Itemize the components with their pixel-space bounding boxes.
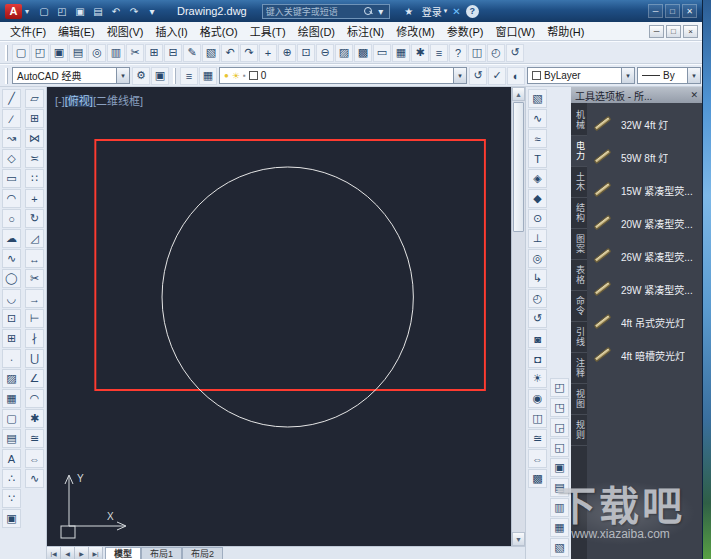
- hatch-icon[interactable]: ▨: [2, 369, 21, 388]
- sheetset-manager-icon[interactable]: ▦: [392, 44, 410, 62]
- join-icon[interactable]: ⋃: [25, 349, 44, 368]
- qnew-icon[interactable]: ▢: [36, 3, 52, 19]
- menu-help[interactable]: 帮助(H): [541, 23, 590, 39]
- viewport-controls[interactable]: [-]: [55, 95, 65, 107]
- lights-icon[interactable]: ☀: [528, 369, 547, 388]
- fillet-icon[interactable]: ◠: [25, 389, 44, 408]
- zoom-window-icon[interactable]: ⊡: [297, 44, 315, 62]
- search-dropdown-icon[interactable]: ▾: [376, 3, 386, 19]
- extend-icon[interactable]: →: [25, 289, 44, 308]
- palette-close-icon[interactable]: ✕: [690, 90, 698, 100]
- app-close-button[interactable]: ✕: [682, 4, 697, 18]
- palette-tab-table[interactable]: 表格: [571, 260, 587, 291]
- line-tool-icon[interactable]: ╱: [2, 89, 21, 108]
- offset-icon[interactable]: ≍: [25, 149, 44, 168]
- save-workspace-icon[interactable]: ▣: [151, 67, 169, 85]
- palette-item-4ft-pendant[interactable]: 4ft 吊式荧光灯: [591, 309, 698, 335]
- materials-icon[interactable]: ◘: [528, 349, 547, 368]
- orbit-tool-icon[interactable]: ↺: [506, 44, 524, 62]
- white-circle[interactable]: [162, 167, 413, 427]
- object-track-icon[interactable]: ◎: [528, 249, 547, 268]
- menu-draw[interactable]: 绘图(D): [292, 23, 341, 39]
- palette-tab-civil[interactable]: 土木: [571, 167, 587, 198]
- save-tool-icon[interactable]: ▣: [50, 44, 68, 62]
- search-box[interactable]: 键入关键字或短语 ▾: [262, 4, 390, 19]
- revcloud-icon[interactable]: ☁: [2, 229, 21, 248]
- prev-tab-icon[interactable]: ◀: [61, 547, 75, 559]
- layer-freeze-icon[interactable]: ☀: [232, 71, 240, 81]
- doc-minimize-button[interactable]: ─: [649, 25, 664, 38]
- send-to-back-icon[interactable]: ◳: [550, 398, 569, 417]
- toolbar-grip[interactable]: [5, 68, 8, 84]
- menu-view[interactable]: 视图(V): [101, 23, 150, 39]
- layer-dropdown[interactable]: ● ☀ ▪ 0 ▾: [219, 67, 467, 84]
- break-at-point-icon[interactable]: ⊢: [25, 309, 44, 328]
- menu-format[interactable]: 格式(O): [194, 23, 244, 39]
- layer-on-icon[interactable]: ●: [224, 71, 229, 80]
- edit-spline-icon[interactable]: ≈: [528, 129, 547, 148]
- mtext-icon[interactable]: A: [2, 449, 21, 468]
- text-to-front-icon[interactable]: ▣: [550, 458, 569, 477]
- bring-above-icon[interactable]: ◲: [550, 418, 569, 437]
- chevron-down-icon[interactable]: ▾: [621, 68, 634, 83]
- zoom-realtime-icon[interactable]: ⊕: [278, 44, 296, 62]
- designcenter-icon[interactable]: ▩: [354, 44, 372, 62]
- boundary-icon[interactable]: ▣: [2, 509, 21, 528]
- palette-item-29w-compact[interactable]: 29W 紧凑型荧...: [591, 276, 698, 302]
- open-icon[interactable]: ◰: [54, 3, 70, 19]
- make-block-icon[interactable]: ⊞: [2, 329, 21, 348]
- menu-file[interactable]: 文件(F): [4, 23, 52, 39]
- scroll-up-icon[interactable]: ▲: [512, 87, 525, 101]
- group-icon[interactable]: ▥: [550, 498, 569, 517]
- quickcalc-icon[interactable]: ≡: [430, 44, 448, 62]
- point-icon[interactable]: ∙: [2, 349, 21, 368]
- app-minimize-button[interactable]: ─: [648, 4, 663, 18]
- menu-insert[interactable]: 插入(I): [149, 23, 193, 39]
- ungroup-icon[interactable]: ▦: [550, 518, 569, 537]
- workspace-dropdown[interactable]: AutoCAD 经典 ▾: [12, 67, 130, 84]
- favorites-icon[interactable]: ★: [401, 3, 417, 19]
- workspace-settings-icon[interactable]: ⚙: [132, 67, 150, 85]
- palette-tab-rule[interactable]: 规则: [571, 415, 587, 446]
- toolbar-grip[interactable]: [5, 45, 8, 61]
- help-tool-icon[interactable]: ?: [449, 44, 467, 62]
- exchange-apps-icon[interactable]: ✕: [452, 6, 460, 17]
- redo-tool-icon[interactable]: ↷: [240, 44, 258, 62]
- color-dropdown[interactable]: ByLayer ▾: [527, 67, 635, 84]
- last-tab-icon[interactable]: ▶|: [89, 547, 103, 559]
- doc-restore-button[interactable]: □: [666, 25, 681, 38]
- layer-properties-icon[interactable]: ≡: [180, 67, 198, 85]
- doc-close-button[interactable]: ×: [683, 25, 698, 38]
- views-tool-icon[interactable]: ◴: [528, 289, 547, 308]
- app-menu-dropdown-icon[interactable]: ▾: [25, 7, 29, 16]
- palette-item-32w-4ft-lamp[interactable]: 32W 4ft 灯: [591, 111, 698, 137]
- viewport-view-label[interactable]: [俯视]: [65, 95, 93, 107]
- publish-icon[interactable]: ▥: [107, 44, 125, 62]
- undo-tool-icon[interactable]: ↶: [221, 44, 239, 62]
- quick-select-icon[interactable]: ▧: [550, 538, 569, 557]
- toolbar-grip[interactable]: [173, 68, 176, 84]
- chevron-down-icon[interactable]: ▾: [116, 68, 129, 83]
- chevron-down-icon[interactable]: ▾: [687, 68, 700, 83]
- stretch-icon[interactable]: ↔: [25, 249, 44, 268]
- menu-modify[interactable]: 修改(M): [390, 23, 441, 39]
- save-icon[interactable]: ▣: [72, 3, 88, 19]
- palette-item-4ft-cove[interactable]: 4ft 暗槽荧光灯: [591, 342, 698, 368]
- properties-tool-icon[interactable]: ▩: [528, 469, 547, 488]
- menu-parametric[interactable]: 参数(P): [441, 23, 490, 39]
- open-tool-icon[interactable]: ◰: [31, 44, 49, 62]
- drawing-canvas[interactable]: [-][俯视][二维线框]: [47, 87, 511, 546]
- array-icon[interactable]: ∷: [25, 169, 44, 188]
- circle-icon[interactable]: ○: [2, 209, 21, 228]
- viewport-visual-label[interactable]: [二维线框]: [93, 95, 143, 107]
- scroll-thumb[interactable]: [513, 102, 524, 232]
- block-editor-icon[interactable]: ▧: [202, 44, 220, 62]
- convert-solid-icon[interactable]: ◆: [528, 189, 547, 208]
- model-tab[interactable]: 模型: [105, 547, 141, 559]
- pan-icon[interactable]: +: [259, 44, 277, 62]
- first-tab-icon[interactable]: |◀: [47, 547, 61, 559]
- palette-tab-annotation[interactable]: 注释: [571, 353, 587, 384]
- measure-tool-icon[interactable]: ≅: [528, 429, 547, 448]
- plot-preview-icon[interactable]: ◎: [88, 44, 106, 62]
- ortho-icon[interactable]: ⊥: [528, 229, 547, 248]
